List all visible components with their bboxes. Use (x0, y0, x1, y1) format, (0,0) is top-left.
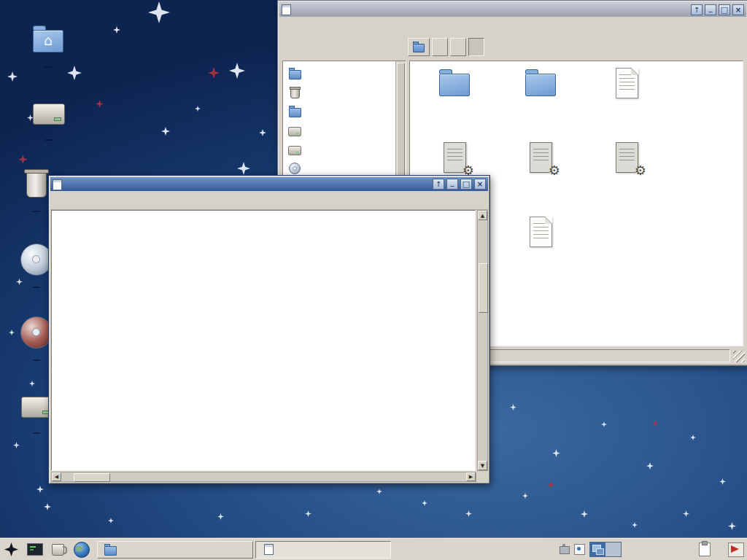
star-icon (510, 404, 516, 411)
menu-help[interactable] (101, 199, 111, 202)
editor-line (54, 434, 475, 448)
drive-icon (288, 127, 301, 136)
clipboard-icon[interactable] (699, 542, 711, 556)
menu-search[interactable] (77, 199, 88, 202)
minimize-button[interactable] (446, 179, 458, 190)
workspace-1[interactable] (590, 542, 605, 556)
file-item[interactable] (584, 66, 670, 140)
file-item[interactable]: ⚙ (498, 140, 584, 214)
text-file-icon (616, 68, 638, 98)
editor-line (54, 392, 475, 406)
star-icon (690, 435, 696, 440)
trash-icon (290, 88, 300, 98)
utility-icon[interactable] (50, 541, 66, 558)
star-icon (13, 442, 20, 448)
taskbar-button-editor[interactable] (255, 541, 391, 559)
shade-button[interactable] (691, 4, 703, 15)
star-icon (683, 510, 689, 517)
editor-line (54, 212, 475, 226)
taskbar (0, 538, 747, 560)
scroll-right-arrow[interactable]: ▶ (466, 472, 476, 481)
sidebar-item-desktop[interactable] (283, 102, 406, 121)
folder-icon (289, 70, 301, 79)
editor-line (54, 268, 475, 281)
maximize-button[interactable] (460, 179, 472, 190)
sidebar-item-user[interactable] (283, 64, 406, 83)
vertical-scrollbar[interactable]: ▲ ▼ (477, 210, 488, 471)
star-icon (148, 1, 170, 23)
star-icon (376, 489, 382, 494)
scroll-up-arrow[interactable]: ▲ (478, 211, 487, 220)
path-button-media[interactable] (432, 38, 448, 56)
web-browser-icon[interactable] (73, 541, 90, 558)
editor-line (54, 462, 475, 471)
editor-line (54, 351, 475, 365)
scroll-left-arrow[interactable]: ◀ (52, 472, 61, 481)
scrollbar-thumb[interactable] (479, 263, 488, 313)
path-button-installer-sh[interactable] (468, 38, 484, 56)
menu-go[interactable] (317, 25, 328, 28)
file-manager-titlebar[interactable] (279, 2, 746, 17)
star-icon (161, 127, 170, 136)
sidebar-item-ntfs[interactable] (283, 140, 406, 159)
file-item[interactable] (498, 214, 584, 289)
menu-help[interactable] (329, 25, 339, 28)
editor-text-area[interactable] (51, 210, 476, 471)
star-icon (465, 510, 472, 517)
horizontal-scrollbar[interactable]: ◀ ▶ (51, 472, 476, 482)
star-icon (522, 493, 528, 499)
maximize-button[interactable] (719, 4, 730, 15)
file-item[interactable]: ⚙ (584, 140, 670, 214)
menu-file[interactable] (282, 25, 293, 28)
menu-edit[interactable] (66, 199, 76, 202)
resize-grip[interactable] (733, 351, 745, 362)
folder-icon (289, 108, 301, 117)
terminal-icon[interactable] (26, 541, 43, 558)
file-manager-menubar (279, 18, 746, 34)
taskbar-button-file-manager[interactable] (97, 541, 253, 559)
editor-menubar (50, 191, 488, 210)
file-item[interactable] (498, 66, 584, 140)
editor-line (54, 337, 475, 351)
menu-options[interactable] (89, 199, 99, 202)
minimize-button[interactable] (705, 4, 716, 15)
file-item[interactable] (411, 66, 498, 140)
scroll-down-arrow[interactable]: ▼ (478, 461, 487, 470)
path-root-button[interactable] (408, 38, 430, 56)
launcher-area (3, 541, 90, 558)
workspace-pager[interactable] (589, 542, 622, 557)
text-file-icon (530, 217, 552, 247)
close-button[interactable] (474, 179, 486, 190)
scrollbar-thumb[interactable] (74, 473, 110, 482)
desktop-icon-label (33, 432, 40, 434)
notification-flag-icon[interactable] (728, 542, 744, 557)
red-star-icon (652, 420, 659, 427)
path-button-ntfs[interactable] (450, 38, 466, 56)
app-menu-icon[interactable] (3, 541, 20, 558)
desktop-icon-filesystem[interactable] (12, 95, 85, 144)
usb-icon[interactable] (560, 546, 570, 554)
shade-button[interactable] (433, 179, 444, 190)
star-icon (44, 503, 51, 510)
desktop-icon-label (33, 287, 40, 288)
desktop-icon-home[interactable]: ⌂ (12, 22, 85, 71)
menu-edit[interactable] (294, 25, 304, 28)
gear-icon: ⚙ (549, 163, 560, 178)
removable-media-icon[interactable] (574, 544, 585, 555)
star-icon (259, 129, 266, 136)
star-icon (422, 500, 427, 506)
star-icon (229, 63, 245, 79)
sidebar-item-filesystem[interactable] (283, 121, 406, 140)
sidebar-item-trash[interactable] (283, 83, 406, 102)
workspace-2[interactable] (605, 542, 621, 556)
menu-view[interactable] (306, 25, 316, 28)
folder-icon (525, 74, 556, 96)
star-icon (601, 421, 607, 427)
close-button[interactable] (732, 4, 744, 15)
editor-line (54, 365, 475, 378)
editor-titlebar[interactable] (50, 177, 488, 191)
trash-icon (26, 172, 47, 198)
menu-file[interactable] (54, 199, 64, 202)
star-icon (195, 106, 201, 112)
editor-line (54, 448, 475, 462)
